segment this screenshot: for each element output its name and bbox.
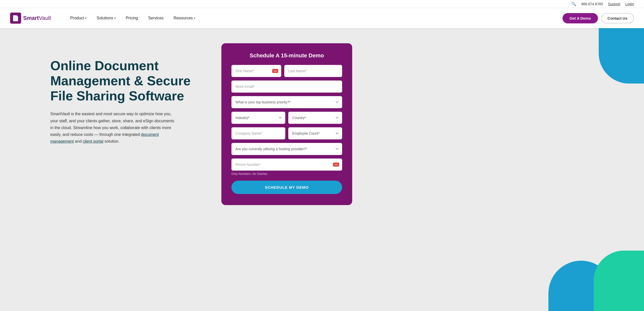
nav-item-pricing[interactable]: Pricing: [122, 14, 142, 22]
business-priority-select[interactable]: What is your top business priority?*: [231, 96, 342, 108]
industry-select[interactable]: Industry*: [231, 112, 285, 124]
phone-number: 866.674.6785: [581, 2, 603, 6]
chevron-down-icon: ▾: [114, 17, 116, 20]
phone-hint: Only Numbers, No Dashes: [231, 172, 342, 176]
hosting-provider-row: Are you currently utilizing a hosting pr…: [231, 143, 342, 155]
hosting-provider-select[interactable]: Are you currently utilizing a hosting pr…: [231, 143, 342, 155]
hero-description: SmartVault is the easiest and most secur…: [50, 110, 176, 145]
first-name-error-icon: •••: [272, 69, 278, 73]
country-select[interactable]: Country*: [288, 112, 342, 124]
nav-links: Product ▾ Solutions ▾ Pricing Services R…: [66, 14, 562, 22]
email-row: [231, 81, 342, 93]
first-name-field-wrapper: •••: [231, 65, 281, 77]
contact-us-button[interactable]: Contact Us: [601, 13, 634, 23]
employee-count-select[interactable]: Employee Count*: [288, 127, 342, 139]
nav-item-resources[interactable]: Resources ▾: [170, 14, 199, 22]
phone-error-icon: •••: [333, 163, 339, 167]
main-navbar: 📄 SmartVault Product ▾ Solutions ▾ Prici…: [0, 8, 644, 28]
chevron-down-icon: ▾: [85, 17, 87, 20]
nav-item-services[interactable]: Services: [144, 14, 168, 22]
logo-icon: 📄: [10, 13, 21, 24]
demo-form-container: Schedule A 15-minute Demo ••• What is yo…: [221, 43, 352, 205]
last-name-input[interactable]: [284, 65, 342, 77]
name-row: •••: [231, 65, 342, 77]
get-demo-button[interactable]: Get A Demo: [562, 13, 598, 23]
login-link[interactable]: Login: [625, 2, 634, 6]
phone-row: •••: [231, 159, 342, 171]
work-email-input[interactable]: [231, 81, 342, 93]
schedule-demo-button[interactable]: SCHEDULE MY DEMO: [231, 181, 342, 194]
nav-item-solutions[interactable]: Solutions ▾: [93, 14, 120, 22]
top-utility-bar: 🔍 866.674.6785 Support Login: [0, 0, 644, 8]
hero-section: Online Document Management & Secure File…: [0, 28, 644, 311]
logo[interactable]: 📄 SmartVault: [10, 13, 51, 24]
company-employees-row: Employee Count*: [231, 127, 342, 139]
client-portal-link[interactable]: client portal: [83, 139, 103, 143]
support-link[interactable]: Support: [608, 2, 620, 6]
hero-content: Online Document Management & Secure File…: [50, 43, 201, 145]
phone-input[interactable]: [231, 159, 342, 171]
hero-title: Online Document Management & Secure File…: [50, 58, 201, 103]
nav-actions: Get A Demo Contact Us: [562, 13, 634, 23]
form-title: Schedule A 15-minute Demo: [231, 52, 342, 59]
industry-country-row: Industry* Country*: [231, 112, 342, 124]
phone-field-wrapper: •••: [231, 159, 342, 171]
svg-text:📄: 📄: [12, 15, 19, 22]
demo-card: Schedule A 15-minute Demo ••• What is yo…: [221, 43, 352, 205]
decorative-shape-top-right: [599, 28, 644, 84]
company-name-input[interactable]: [231, 127, 285, 139]
decorative-shape-bottom-teal: [594, 251, 644, 311]
nav-item-product[interactable]: Product ▾: [66, 14, 91, 22]
business-priority-row: What is your top business priority?*: [231, 96, 342, 108]
search-icon[interactable]: 🔍: [571, 2, 576, 6]
logo-text: SmartVault: [23, 15, 51, 21]
chevron-down-icon: ▾: [194, 17, 195, 20]
